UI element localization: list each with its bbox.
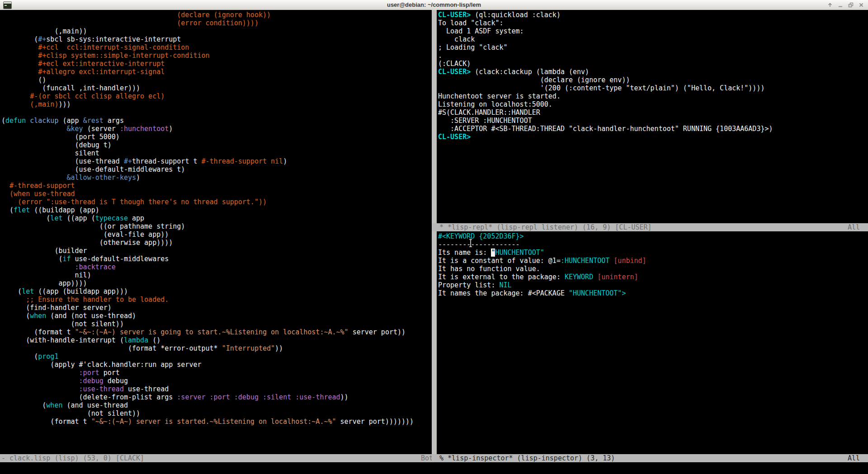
code-line: (debug t): [1, 141, 433, 149]
code-line: &key (server :hunchentoot): [1, 125, 433, 133]
code-line: #-(or sbcl ccl clisp allegro ecl): [1, 92, 433, 100]
code-line: (): [1, 76, 433, 84]
code-line: It is a constant of value: @1=:HUNCHENTO…: [438, 257, 868, 265]
lem-terminal-window: { "window": { "title": "user@debian: ~/c…: [0, 0, 868, 474]
repl-statusbar: * *lisp-repl* (lisp-repl listener) (16, …: [432, 223, 868, 231]
repl-scroll-indicator: All: [848, 223, 860, 231]
echo-area[interactable]: [0, 462, 868, 474]
code-line: (builder: [1, 247, 433, 255]
code-line: (delete-from-plist args :server :port :d…: [1, 393, 433, 401]
code-line: (error condition)))): [1, 19, 433, 27]
code-line: &allow-other-keys): [1, 174, 433, 182]
code-line: To load "clack":: [438, 19, 868, 27]
editor-scroll-indicator: Bot: [421, 454, 433, 462]
code-line: #+clisp system::simple-interrupt-conditi…: [1, 52, 433, 60]
code-line: It names the package: #<PACKAGE "HUNCHEN…: [438, 289, 868, 297]
code-line: (apply #'clack.handler:run app server: [1, 361, 433, 369]
code-line: app)))): [1, 279, 433, 287]
code-line: #+ccl ccl:interrupt-signal-condition: [1, 43, 433, 52]
code-line: CL-USER> (clack:clackup (lambda (env): [438, 68, 868, 76]
code-line: (when use-thread: [1, 190, 433, 198]
code-line: (error ":use-thread is T though there's …: [1, 198, 433, 206]
code-line: (otherwise app)))): [1, 239, 433, 247]
code-line: (declare (ignore env)): [438, 76, 868, 84]
code-line: :debug debug: [1, 377, 433, 385]
code-line: (with-handle-interrupt (lambda (): [1, 336, 433, 344]
mouse-text-cursor: [468, 239, 473, 249]
code-line: Load 1 ASDF system:: [438, 27, 868, 35]
code-line: (port 5000): [1, 133, 433, 141]
code-line: (find-handler server): [1, 304, 433, 312]
code-line: (:CLACK): [438, 60, 868, 68]
code-line: .: [438, 52, 868, 60]
code-line: (not silent)): [1, 409, 433, 418]
code-line: Its name is: "HUNCHENTOOT": [438, 249, 868, 257]
code-line: :use-thread use-thread: [1, 385, 433, 393]
code-line: (when (and use-thread: [1, 401, 433, 409]
code-line: (defun clackup (app &rest args: [1, 117, 433, 125]
code-line: It is external to the package: KEYWORD […: [438, 273, 868, 281]
code-line: ((or pathname string): [1, 222, 433, 230]
inspector-scroll-indicator: All: [848, 454, 860, 462]
code-line: :ACCEPTOR #<SB-THREAD:THREAD "clack-hand…: [438, 125, 868, 133]
code-line: (format t "~&~:(~A~) server is going to …: [1, 328, 433, 336]
code-line: :SERVER :HUNCHENTOOT: [438, 117, 868, 125]
code-line: (declare (ignore hook)): [1, 11, 433, 19]
code-line: (when (and (not use-thread): [1, 312, 433, 320]
code-line: (#+sbcl sb-sys:interactive-interrupt: [1, 35, 433, 43]
code-line: #-thread-support: [1, 182, 433, 190]
code-line: #<KEYWORD {2052D36F}>: [438, 232, 868, 240]
editor-statusbar-text: - clack.lisp (lisp) (53, 0) [CLACK]: [1, 454, 144, 462]
repl-statusbar-text: * *lisp-repl* (lisp-repl listener) (16, …: [439, 223, 652, 231]
code-line: (not silent)): [1, 320, 433, 328]
code-line: Hunchentoot server is started.: [438, 92, 868, 100]
window-title: user@debian: ~/common-lisp/lem: [0, 0, 868, 10]
code-line: CL-USER>: [438, 133, 868, 141]
code-line: :backtrace: [1, 263, 433, 271]
code-line: (if use-default-middlewares: [1, 255, 433, 263]
minimize-window-button[interactable]: [837, 2, 844, 8]
lisp-inspector-pane[interactable]: #<KEYWORD {2052D36F}>-------------------…: [437, 231, 868, 455]
code-line: Listening on localhost:5000.: [438, 100, 868, 108]
shade-window-button[interactable]: [827, 2, 833, 8]
code-line: --------------------: [438, 240, 868, 249]
code-line: (funcall ,int-handler))): [1, 84, 433, 92]
code-line: #S(CLACK.HANDLER::HANDLER: [438, 108, 868, 117]
code-line: (format *error-output* "Interrupted")): [1, 344, 433, 352]
code-line: (eval-file app)): [1, 230, 433, 239]
code-line: It has no function value.: [438, 265, 868, 273]
editor-pane-clack-lisp[interactable]: (declare (ignore hook))(error condition)…: [0, 10, 433, 455]
code-line: (,main)): [1, 27, 433, 35]
code-line: (use-thread #+thread-support t #-thread-…: [1, 157, 433, 165]
code-line: silent: [1, 149, 433, 157]
lisp-repl-pane[interactable]: CL-USER> (ql:quickload :clack)To load "c…: [437, 10, 868, 224]
code-line: (format t "~&~:(~A~) server is started.~…: [1, 418, 433, 426]
code-line: (prog1: [1, 352, 433, 361]
code-line: nil): [1, 271, 433, 279]
window-titlebar: user@debian: ~/common-lisp/lem: [0, 0, 868, 10]
code-line: Property list: NIL: [438, 281, 868, 289]
code-line: (use-default-middlewares t): [1, 165, 433, 174]
code-line: '(200 (:content-type "text/plain") ("Hel…: [438, 84, 868, 92]
inspector-statusbar-text: % *lisp-inspector* (lisp-inspector) (3, …: [439, 454, 615, 462]
code-line: [1, 108, 433, 117]
code-line: (flet ((buildapp (app): [1, 206, 433, 214]
code-line: (let ((app (buildapp app))): [1, 287, 433, 296]
code-line: ; Loading "clack": [438, 43, 868, 52]
code-line: (,main)))): [1, 100, 433, 108]
code-line: clack: [438, 35, 868, 43]
close-window-button[interactable]: [858, 2, 864, 8]
code-line: CL-USER> (ql:quickload :clack): [438, 11, 868, 19]
inspector-statusbar: % *lisp-inspector* (lisp-inspector) (3, …: [432, 454, 868, 462]
window-controls: [827, 0, 864, 10]
code-line: #+allegro excl:interrupt-signal: [1, 68, 433, 76]
code-line: :port port: [1, 369, 433, 377]
code-line: ;; Ensure the handler to be loaded.: [1, 296, 433, 304]
code-line: (let ((app (typecase app: [1, 214, 433, 222]
editor-statusbar: - clack.lisp (lisp) (53, 0) [CLACK] Bot: [0, 454, 441, 462]
code-line: #+ecl ext:interactive-interrupt: [1, 60, 433, 68]
maximize-window-button[interactable]: [848, 2, 854, 8]
